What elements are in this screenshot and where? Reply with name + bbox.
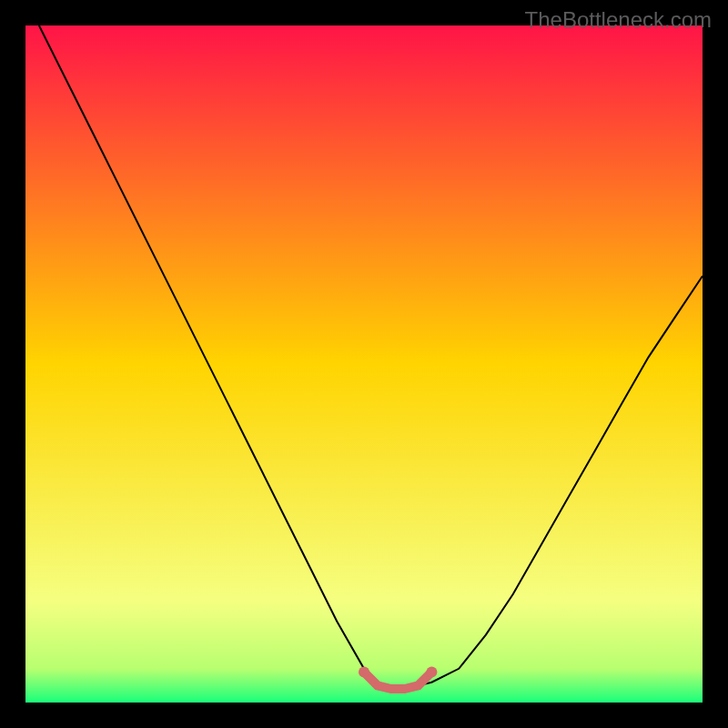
marker-optimal-start: [359, 667, 369, 678]
chart-background: [25, 25, 703, 703]
marker-optimal-end: [426, 667, 437, 678]
chart-svg: [25, 25, 703, 703]
chart-plot: [25, 25, 703, 703]
watermark-text: TheBottleneck.com: [525, 7, 712, 33]
